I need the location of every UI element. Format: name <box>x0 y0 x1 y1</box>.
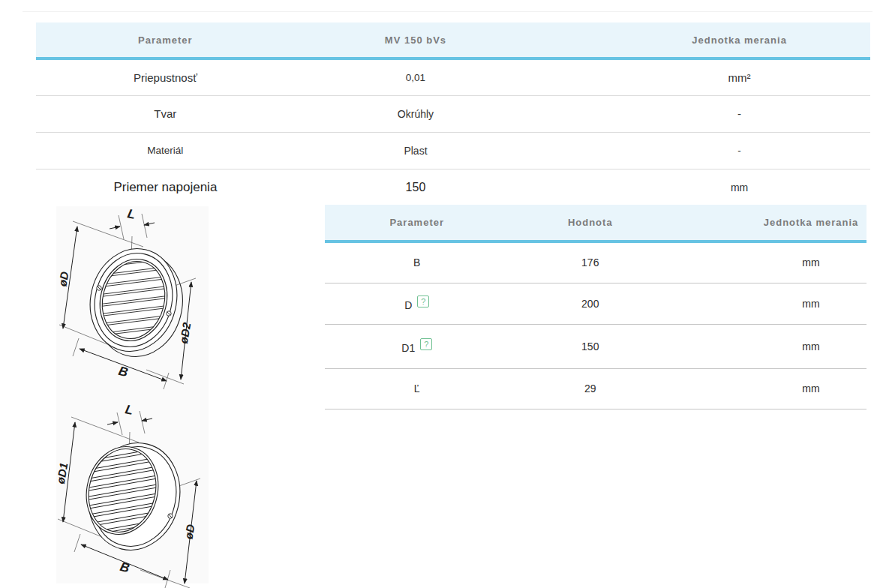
dim-param-d1: D1? <box>325 324 509 368</box>
front-bottom-dim-label: B <box>117 364 130 380</box>
spec-value-priemer: 150 <box>295 169 536 206</box>
spec-param-priepustnost: Priepustnosť <box>36 58 295 95</box>
dim-param-b: B <box>325 242 509 283</box>
dim-param-d: D? <box>325 283 509 324</box>
table-row: Priemer napojenia 150 mm <box>36 169 870 206</box>
dim-table-header-row: Parameter Hodnota Jednotka merania <box>325 205 866 242</box>
spec-param-material: Materiál <box>36 132 295 169</box>
table-row: Materiál Plast - <box>36 132 870 169</box>
dim-param-d1-label: D1 <box>401 342 415 354</box>
dim-param-l-label: Ľ <box>414 382 420 394</box>
spec-table-header-row: Parameter MV 150 bVs Jednotka merania <box>36 22 870 58</box>
table-row: D1? 150 mm <box>325 324 866 368</box>
dim-value-l: 29 <box>509 368 671 409</box>
dim-unit-d1: mm <box>671 324 866 368</box>
spec-param-priemer: Priemer napojenia <box>36 169 295 206</box>
dim-header-unit: Jednotka merania <box>671 205 866 242</box>
grille-rear-diagram: L øD1 øD B <box>56 404 209 588</box>
spec-header-unit: Jednotka merania <box>536 22 870 58</box>
screw-icons <box>168 514 173 518</box>
diagram-panel: L øD øD2 B <box>56 206 209 584</box>
dim-unit-d: mm <box>671 283 866 324</box>
table-row: Ľ 29 mm <box>325 368 866 409</box>
spec-unit-material: - <box>536 132 870 169</box>
spec-value-tvar: Okrúhly <box>295 95 536 132</box>
dim-header-value: Hodnota <box>509 205 671 242</box>
grille-body <box>79 239 194 366</box>
spec-param-tvar: Tvar <box>36 95 295 132</box>
table-row: Priepustnosť 0,01 mm² <box>36 58 870 95</box>
spec-unit-tvar: - <box>536 95 870 132</box>
dim-param-d-label: D <box>404 299 412 311</box>
rear-bottom-dim-label: B <box>119 560 131 575</box>
dim-param-b-label: B <box>413 256 420 268</box>
rear-top-dim-label: L <box>124 404 134 418</box>
dim-unit-b: mm <box>671 242 866 283</box>
help-icon[interactable]: ? <box>417 296 429 308</box>
help-icon[interactable]: ? <box>420 338 432 350</box>
front-top-dim-label: L <box>126 206 137 222</box>
dim-value-d1: 150 <box>509 324 671 368</box>
top-divider <box>23 11 872 12</box>
grille-front-diagram: L øD øD2 B <box>56 206 209 396</box>
dim-value-b: 176 <box>509 242 671 283</box>
table-row: B 176 mm <box>325 242 866 283</box>
table-row: Tvar Okrúhly - <box>36 95 870 132</box>
spec-unit-priepustnost: mm² <box>536 58 870 95</box>
dim-header-parameter: Parameter <box>325 205 509 242</box>
rear-right-dim-label: øD <box>182 524 197 541</box>
dim-unit-l: mm <box>671 368 866 409</box>
spec-unit-priemer: mm <box>536 169 870 206</box>
spec-value-material: Plast <box>295 132 536 169</box>
dimensions-table: Parameter Hodnota Jednotka merania B 176… <box>325 205 866 410</box>
dim-param-l: Ľ <box>325 368 509 409</box>
dim-value-d: 200 <box>509 283 671 324</box>
front-left-dim-label: øD <box>56 271 71 288</box>
product-spec-page: Parameter MV 150 bVs Jednotka merania Pr… <box>0 0 895 588</box>
spec-header-model: MV 150 bVs <box>295 22 536 58</box>
table-row: D? 200 mm <box>325 283 866 324</box>
spec-header-parameter: Parameter <box>36 22 295 58</box>
spec-table: Parameter MV 150 bVs Jednotka merania Pr… <box>36 22 870 206</box>
front-right-dim-label: øD2 <box>177 321 194 345</box>
spec-value-priepustnost: 0,01 <box>295 58 536 95</box>
